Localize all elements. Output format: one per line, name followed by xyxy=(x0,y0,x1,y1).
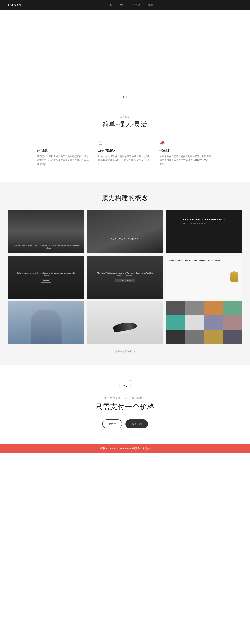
hero-section xyxy=(0,10,250,104)
pricing-icon-letter: Y xyxy=(126,385,128,388)
feature-desc-1: Loay1 包含 160 多个特别的基于快的屏幕，这些屏幕采用相同的风格设计，可… xyxy=(98,154,152,166)
mosaic-cell-4 xyxy=(224,301,242,315)
pricing-subtitle: 9 个完整页面，160 个预构建块。 xyxy=(8,396,242,400)
card-textdark-content: GOOD DESIGN IS GOOD BUSINESS. LOAYI · LO… xyxy=(178,214,230,229)
card-bridge[interactable]: There are no secrets to success. It is t… xyxy=(8,210,84,253)
card-marketing-content: The Aim of Marketing is to Know and Unde… xyxy=(94,272,156,282)
shoe-shape xyxy=(113,321,137,332)
mosaic-cell-9 xyxy=(166,330,184,344)
feature-item-1: ◫ 160+ 预制积木 Loay1 包含 160 多个特别的基于快的屏幕，这些屏… xyxy=(98,140,152,166)
footer-banner-text: 访问网址：www.bbsslenhao.com买更多未来模块！ xyxy=(98,447,152,450)
mosaic-cell-3 xyxy=(204,301,223,315)
card-belief-content: Belief in oneself is one of the most imp… xyxy=(16,272,77,282)
dot-2[interactable] xyxy=(126,96,127,98)
concepts-row-2: Belief in oneself is one of the most imp… xyxy=(8,256,242,299)
feature-item-2: 📣 快速支持 如果您有任何问题或者任何购买前疑问，我们在任何工作日的上午 8 点… xyxy=(160,140,213,166)
dot-1[interactable] xyxy=(123,96,124,98)
nav-link-files[interactable]: 文件夹 xyxy=(132,4,140,6)
feature-item-0: ≡ 9 个主题 我们已针对不同主题准备了成熟的编态页面，从这些页面开始，或者使用… xyxy=(37,140,90,166)
pricing-btn-demo[interactable]: 免费元 xyxy=(102,420,122,428)
features-section: 主要特点 简单-强大-灵活 ≡ 9 个主题 我们已针对不同主题准备了成熟的编态页… xyxy=(0,104,250,182)
card-mosaic[interactable] xyxy=(166,301,242,344)
brand-logo: LOAY·L xyxy=(8,3,23,7)
mosaic-cell-7 xyxy=(204,315,223,330)
card-watch[interactable]: Business Has Only Two Functions - Market… xyxy=(166,256,242,299)
card-portrait[interactable] xyxy=(8,301,84,344)
features-label: 主要特点 xyxy=(16,115,234,118)
card-marketing[interactable]: The Aim of Marketing is to Know and Unde… xyxy=(87,256,163,299)
mosaic-cell-2 xyxy=(185,301,204,315)
card-watch-headline: Business Has Only Two Functions - Market… xyxy=(168,260,220,262)
navbar: LOAY·L 首 函数 文件夹 元素 ⚲ xyxy=(0,0,250,10)
card-textdark[interactable]: GOOD DESIGN IS GOOD BUSINESS. LOAYI · LO… xyxy=(166,210,242,253)
shoe-container xyxy=(113,323,137,336)
feature-title-1: 160+ 预制积木 xyxy=(98,149,152,152)
features-grid: ≡ 9 个主题 我们已针对不同主题准备了成熟的编态页面，从这些页面开始，或者使用… xyxy=(37,140,213,166)
mosaic-cell-5 xyxy=(166,315,184,330)
mosaic-cell-11 xyxy=(204,330,223,344)
card-textdark-headline: GOOD DESIGN IS GOOD BUSINESS. xyxy=(182,218,226,221)
nav-link-home[interactable]: 首 xyxy=(110,4,112,6)
feature-title-0: 9 个主题 xyxy=(37,149,90,152)
mosaic-cell-8 xyxy=(224,315,242,330)
concepts-row-3 xyxy=(8,301,242,344)
nav-link-functions[interactable]: 函数 xyxy=(120,4,125,6)
feature-desc-2: 如果您有任何问题或者任何购买前疑问，我们在任何工作日的上午 8 点至下午 5 点… xyxy=(160,154,213,166)
layers-icon: ◫ xyxy=(98,140,152,146)
pricing-btn-buy[interactable]: 购买主题 xyxy=(126,420,148,428)
shoe-hand xyxy=(117,332,133,336)
concepts-section: 预先构建的概念 There are no secrets to success.… xyxy=(0,182,250,365)
concepts-title: 预先构建的概念 xyxy=(8,194,242,202)
mosaic-grid xyxy=(166,301,242,344)
concepts-row-1: There are no secrets to success. It is t… xyxy=(8,210,242,253)
feature-desc-0: 我们已针对不同主题准备了成熟的编态页面，从这些页面开始，或者使用可视化构建器创建… xyxy=(37,154,90,166)
pricing-title: 只需支付一个价格 xyxy=(8,402,242,412)
feature-title-2: 快速支持 xyxy=(160,149,213,152)
support-icon: 📣 xyxy=(160,140,213,146)
hero-dots xyxy=(123,96,127,98)
pricing-icon: Y 1.0 xyxy=(119,380,131,392)
pricing-version: 1.0 xyxy=(130,379,132,381)
mosaic-cell-6 xyxy=(185,315,204,330)
card-fashion[interactable]: ONE. TWO. THREE. xyxy=(87,210,163,253)
features-title: 简单-强大-灵活 xyxy=(16,120,234,129)
watch-shape xyxy=(230,272,238,282)
more-demos-text: 更多演示即将推出 xyxy=(8,350,242,353)
card-belief[interactable]: Belief in oneself is one of the most imp… xyxy=(8,256,84,299)
search-icon[interactable]: ⚲ xyxy=(240,3,242,7)
mosaic-cell-12 xyxy=(224,330,242,344)
mosaic-cell-1 xyxy=(166,301,184,315)
card-belief-btn[interactable]: EXPLORE xyxy=(40,279,52,282)
card-bridge-text: There are no secrets to success. It is t… xyxy=(11,244,82,249)
pricing-section: Y 1.0 9 个完整页面，160 个预构建块。 只需支付一个价格 免费元 购买… xyxy=(0,365,250,444)
card-shoes[interactable] xyxy=(87,301,163,344)
pricing-buttons: 免费元 购买主题 xyxy=(8,420,242,428)
card-marketing-btn[interactable]: CORE APPLICATIONS xyxy=(115,279,135,282)
card-fashion-text: ONE. TWO. THREE. xyxy=(110,238,140,240)
nav-links: 首 函数 文件夹 元素 xyxy=(110,3,153,7)
menu-icon: ≡ xyxy=(37,140,90,146)
card-belief-text: Belief in oneself is one of the most imp… xyxy=(16,272,77,277)
person-silhouette xyxy=(31,310,62,344)
mosaic-cell-10 xyxy=(185,330,204,344)
card-watch-visual xyxy=(230,272,238,282)
nav-link-elements[interactable]: 元素 xyxy=(148,4,153,6)
footer-banner[interactable]: 访问网址：www.bbsslenhao.com买更多未来模块！ xyxy=(0,444,250,453)
card-textdark-sub: LOAYI · LOAYI CREATIVE STUDIO xyxy=(182,223,226,225)
card-watch-text: Business Has Only Two Functions - Market… xyxy=(168,260,220,262)
card-marketing-text: The Aim of Marketing is to Know and Unde… xyxy=(94,272,156,277)
